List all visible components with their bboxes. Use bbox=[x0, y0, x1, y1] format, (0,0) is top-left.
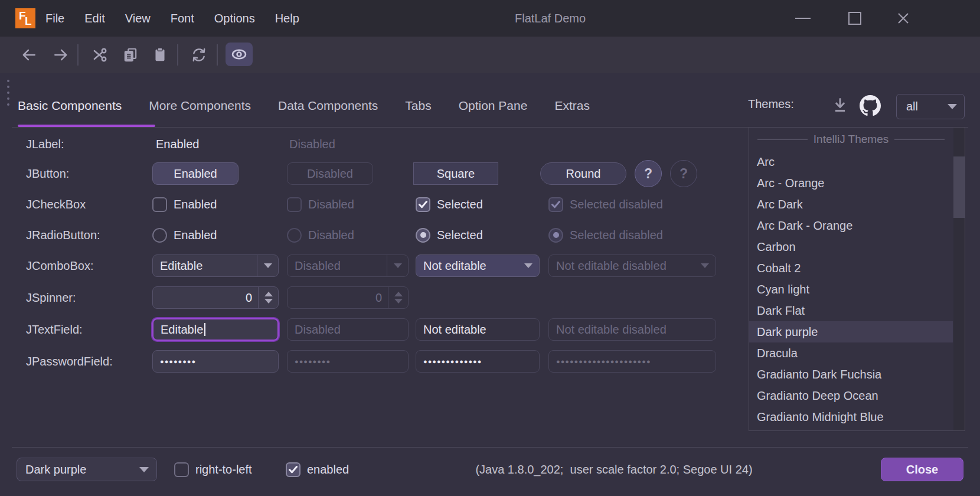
spinner-enabled[interactable]: 0 bbox=[152, 286, 279, 309]
toolbar-grip-handle[interactable] bbox=[7, 80, 9, 106]
tab-tabs[interactable]: Tabs bbox=[405, 99, 431, 113]
radio-selected-icon bbox=[548, 228, 563, 243]
close-icon bbox=[895, 10, 912, 27]
status-text: (Java 1.8.0_202; user scale factor 2.0; … bbox=[390, 458, 838, 481]
passwordfield-not-editable[interactable]: ●●●●●●●●●●●●● bbox=[416, 350, 540, 373]
show-hidden-eye-toggle[interactable] bbox=[226, 43, 253, 66]
tab-option-pane[interactable]: Option Pane bbox=[459, 99, 528, 113]
menu-file[interactable]: File bbox=[45, 12, 64, 25]
back-button[interactable] bbox=[18, 44, 40, 66]
help-button[interactable]: ? bbox=[635, 160, 662, 187]
paste-clipboard-icon bbox=[152, 47, 168, 63]
theme-item-cobalt-2[interactable]: Cobalt 2 bbox=[749, 257, 953, 279]
jlabel-enabled: Enabled bbox=[156, 136, 199, 152]
radio-label: Enabled bbox=[174, 229, 217, 242]
textfield-value: Not editable bbox=[423, 323, 486, 337]
round-button[interactable]: Round bbox=[540, 162, 626, 185]
back-arrow-icon bbox=[21, 47, 37, 63]
chevron-down-icon bbox=[139, 467, 149, 472]
chevron-down-icon bbox=[701, 263, 709, 268]
theme-list-scrollbar-thumb[interactable] bbox=[953, 156, 965, 218]
spinner-value[interactable]: 0 bbox=[153, 291, 258, 305]
checkbox-unchecked-icon bbox=[152, 197, 167, 212]
combobox-value: Disabled bbox=[288, 259, 387, 273]
theme-item-dark-purple-selected[interactable]: Dark purple bbox=[749, 321, 953, 342]
right-to-left-checkbox[interactable]: right-to-left bbox=[174, 462, 252, 477]
checkbox-checked-icon bbox=[286, 462, 300, 477]
menu-edit[interactable]: Edit bbox=[84, 12, 104, 25]
enabled-checkbox[interactable]: enabled bbox=[286, 462, 349, 477]
combobox-not-editable-disabled: Not editable disabled bbox=[548, 254, 716, 277]
tab-data-components[interactable]: Data Components bbox=[278, 99, 378, 113]
checkbox-selected[interactable]: Selected bbox=[416, 197, 483, 212]
toolbar bbox=[0, 37, 980, 73]
radio-unselected-icon bbox=[287, 228, 302, 243]
maximize-button[interactable] bbox=[832, 0, 877, 37]
combobox-not-editable[interactable]: Not editable bbox=[416, 254, 540, 277]
tab-extras[interactable]: Extras bbox=[554, 99, 590, 113]
passwordfield-disabled: ●●●●●●●● bbox=[287, 350, 409, 373]
chevron-down-icon bbox=[394, 263, 402, 268]
theme-item-arc-orange[interactable]: Arc - Orange bbox=[749, 172, 953, 194]
checkbox-enabled[interactable]: Enabled bbox=[152, 197, 217, 212]
theme-item-arc-dark-orange[interactable]: Arc Dark - Orange bbox=[749, 215, 953, 236]
close-button[interactable]: Close bbox=[881, 458, 963, 481]
refresh-button[interactable] bbox=[188, 44, 210, 66]
window-title: FlatLaf Demo bbox=[515, 0, 586, 37]
combobox-disabled: Disabled bbox=[287, 254, 409, 277]
copy-button[interactable] bbox=[119, 44, 142, 66]
spinner-disabled: 0 bbox=[287, 286, 409, 309]
right-to-left-label: right-to-left bbox=[195, 463, 252, 477]
textfield-not-editable[interactable]: Not editable bbox=[416, 318, 540, 341]
tab-basic-components[interactable]: Basic Components bbox=[18, 99, 122, 113]
theme-item-dracula[interactable]: Dracula bbox=[749, 342, 953, 364]
combobox-arrow-button[interactable] bbox=[518, 255, 539, 276]
radio-disabled: Disabled bbox=[287, 227, 354, 243]
radio-selected[interactable]: Selected bbox=[416, 227, 483, 243]
toolbar-separator bbox=[77, 44, 79, 66]
textfield-value: Disabled bbox=[295, 323, 341, 337]
checkbox-label: Disabled bbox=[308, 198, 354, 211]
bottom-separator bbox=[12, 447, 968, 448]
theme-item-carbon[interactable]: Carbon bbox=[749, 236, 953, 257]
radio-selected-icon bbox=[416, 228, 430, 243]
radio-enabled[interactable]: Enabled bbox=[152, 227, 217, 243]
github-link-button[interactable] bbox=[859, 94, 881, 117]
download-theme-button[interactable] bbox=[830, 96, 850, 116]
theme-item-cyan-light[interactable]: Cyan light bbox=[749, 279, 953, 300]
theme-item-gradianto-deep-ocean[interactable]: Gradianto Deep Ocean bbox=[749, 385, 953, 406]
spinner-arrow-buttons[interactable] bbox=[258, 287, 278, 308]
combobox-arrow-button[interactable] bbox=[257, 255, 278, 276]
square-button[interactable]: Square bbox=[413, 162, 498, 185]
theme-item-arc[interactable]: Arc bbox=[749, 151, 953, 172]
theme-filter-combobox[interactable]: all bbox=[896, 94, 965, 119]
cut-button[interactable] bbox=[89, 44, 111, 66]
minimize-button[interactable] bbox=[780, 0, 825, 37]
themes-label: Themes: bbox=[748, 97, 794, 111]
menu-options[interactable]: Options bbox=[214, 12, 255, 25]
jcheckbox-row-label: JCheckBox bbox=[26, 197, 86, 212]
close-window-button[interactable] bbox=[881, 0, 926, 37]
passwordfield-editable[interactable]: ●●●●●●●● bbox=[152, 350, 279, 373]
combobox-value: Not editable bbox=[416, 259, 518, 273]
menu-view[interactable]: View bbox=[125, 12, 151, 25]
theme-item-gradianto-midnight-blue[interactable]: Gradianto Midnight Blue bbox=[749, 406, 953, 428]
paste-button[interactable] bbox=[149, 44, 171, 66]
forward-button[interactable] bbox=[50, 44, 72, 66]
theme-item-dark-flat[interactable]: Dark Flat bbox=[749, 300, 953, 321]
maximize-icon bbox=[848, 12, 861, 25]
textfield-editable-focused[interactable]: Editable bbox=[152, 318, 279, 341]
tab-more-components[interactable]: More Components bbox=[149, 99, 251, 113]
enabled-button[interactable]: Enabled bbox=[152, 162, 239, 185]
menu-font[interactable]: Font bbox=[171, 12, 194, 25]
theme-item-arc-dark[interactable]: Arc Dark bbox=[749, 194, 953, 215]
checkbox-disabled: Disabled bbox=[287, 197, 354, 212]
theme-item-gradianto-dark-fuchsia[interactable]: Gradianto Dark Fuchsia bbox=[749, 364, 953, 385]
spinner-value: 0 bbox=[288, 291, 388, 305]
combobox-editable[interactable]: Editable bbox=[152, 254, 279, 277]
spinner-down-icon bbox=[264, 299, 273, 304]
menu-help[interactable]: Help bbox=[275, 12, 299, 25]
enabled-label: enabled bbox=[307, 463, 349, 477]
lookandfeel-combobox[interactable]: Dark purple bbox=[17, 458, 157, 481]
textfield-value: Editable bbox=[161, 323, 203, 337]
